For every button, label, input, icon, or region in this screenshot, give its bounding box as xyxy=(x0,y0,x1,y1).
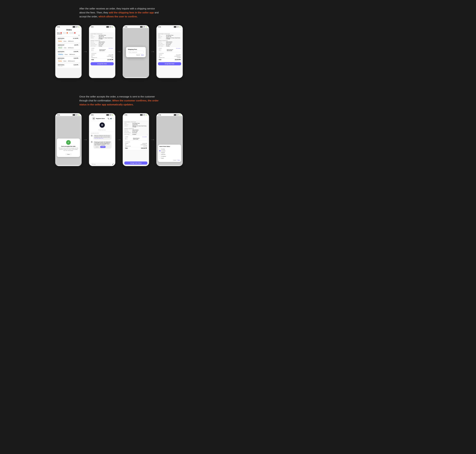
section-order-overview-4: ORDER OVERVIEW xyxy=(157,39,183,41)
chevron-right-icon-4[interactable]: › xyxy=(181,30,181,31)
radio-delivered xyxy=(159,154,161,155)
shipping-fee-input[interactable]: Enter shipping fee xyxy=(128,51,144,53)
chat-screen: ‹ M Maybarini Store 📞 📹 ⋮ M Maybarini St… xyxy=(89,116,115,165)
shipping-cancel-btn[interactable]: Cancel xyxy=(136,54,140,56)
orders-filter[interactable]: All ▾ xyxy=(56,34,81,36)
chat-cancel-btn[interactable]: Cancel xyxy=(94,146,100,148)
tab-cancelled[interactable]: Cancelled ● xyxy=(69,32,75,34)
close-button[interactable]: Close xyxy=(65,153,72,155)
chat-confirm-btn[interactable]: Confirm xyxy=(100,146,106,148)
order-card-1[interactable]: #Q8104H326A 217,500 ₩ ⋮ 24 Oct, 2023 Pen… xyxy=(57,37,80,43)
time-3: 9:41 xyxy=(124,26,127,28)
radio-shipped xyxy=(159,152,161,153)
time-6: 9:41 xyxy=(91,114,94,116)
detail-header-4: ‹ Orders Details › xyxy=(157,28,183,33)
page-wrapper: After the seller receives an order, they… xyxy=(0,0,238,183)
order-card-5[interactable]: #Q8104H326A 93,500 ₩ ⋮ 24 Oct, 2023 xyxy=(57,63,80,68)
charges-section-4: CHARGES Subtotal205,000 ₩ Tax12,500 ₩ (5… xyxy=(158,52,182,61)
phone-row-1: 9:41 ▊▊▊ WiFi 🔋 ‹ Orders Orders ● xyxy=(10,25,228,78)
order-items-3: 2 Items xyxy=(64,54,68,55)
check-circle-icon: ✓ xyxy=(66,140,71,145)
back-button-7[interactable]: ‹ xyxy=(124,117,125,120)
phone-orders-list: 9:41 ▊▊▊ WiFi 🔋 ‹ Orders Orders ● xyxy=(55,25,82,78)
video-icon[interactable]: 📹 xyxy=(110,118,112,119)
accept-order-btn-4[interactable]: Accept this Order xyxy=(158,62,181,65)
status-icons-7: ▊▊▊ WiFi 🔋 xyxy=(140,114,147,116)
phone8-screen: Select Order Status Pending Accepted Shi… xyxy=(157,116,183,165)
change-order-status-btn[interactable]: Change Order Status xyxy=(124,161,147,165)
back-button-6[interactable]: ‹ xyxy=(91,117,91,120)
time-4: 9:41 xyxy=(158,26,161,28)
select-order-status-panel: Select Order Status Pending Accepted Shi… xyxy=(158,145,181,162)
desc1-highlight2: which allows the user to confirm. xyxy=(98,15,138,18)
chat-input[interactable]: Message xyxy=(91,163,111,165)
back-button[interactable]: ‹ xyxy=(57,29,57,31)
status-option-delivered[interactable]: Delivered xyxy=(159,153,180,155)
status-option-accepted[interactable]: Accepted xyxy=(159,150,180,152)
items-section-4: ITEMS See details Item 1Zipana Summer It… xyxy=(158,47,182,52)
cancelled-badge: ● xyxy=(74,32,75,34)
status-option-completed[interactable]: Completed xyxy=(159,155,180,157)
orders-badge: ● xyxy=(60,32,62,34)
status-save-btn[interactable]: Save xyxy=(177,160,180,161)
tab-orders[interactable]: Orders ● xyxy=(57,32,62,34)
order-detail-screen: ‹ Orders Details CUSTOMER OVERVIEW NameA… xyxy=(89,28,115,77)
mic-icon[interactable]: 🎤 xyxy=(112,163,114,165)
order-date-1: 24 Oct, 2023 xyxy=(58,39,79,40)
accept-order-btn-2[interactable]: Accept this Order xyxy=(91,62,114,65)
status-option-pending[interactable]: Pending xyxy=(159,148,180,150)
phone7-screen: ‹ Orders Details CUSTOMER OVERVIEW NameA… xyxy=(123,116,149,165)
phone-accepted-overlay: 9:41 ▊▊▊ WiFi 🔋 ✓ You've accepted the or… xyxy=(55,113,82,166)
status-bar-1: 9:41 ▊▊▊ WiFi 🔋 xyxy=(56,25,81,28)
order-id-5: #Q8104H326A xyxy=(58,64,64,65)
orders-header: ‹ Orders xyxy=(56,28,81,32)
back-button-2[interactable]: ‹ xyxy=(91,29,91,32)
order-status-3: On Delivery xyxy=(58,54,64,55)
status-bar-7: 9:41 ▊▊▊ WiFi 🔋 xyxy=(123,114,149,116)
status-option-shipped[interactable]: Shipped xyxy=(159,152,180,153)
store-logo: M xyxy=(100,122,105,128)
arrow-6-7: → xyxy=(117,137,121,142)
order-date-4: 24 Oct, 2023 xyxy=(58,59,79,60)
order-card-2[interactable]: #Q8393H233P 5,500 ₩ ⋮ 24 Oct, 2023 Deliv… xyxy=(57,43,80,49)
back-button-4[interactable]: ‹ xyxy=(158,29,159,32)
tab-return[interactable]: Return ● xyxy=(63,32,68,34)
phone-icon[interactable]: 📞 xyxy=(108,118,110,119)
order-address-4: 9023 Donoma St. xyxy=(67,61,75,62)
more-icon[interactable]: ⋮ xyxy=(112,118,114,119)
status-option-reject[interactable]: Reject xyxy=(159,157,180,159)
section2-description: Once the seller accepts the order, a mes… xyxy=(79,95,159,106)
time-7: 9:41 xyxy=(124,114,127,116)
see-order-link[interactable]: See order details here. xyxy=(94,138,104,139)
chat-input-bar: Message 🎤 xyxy=(89,162,115,165)
detail-header-7: ‹ Orders Details xyxy=(123,116,149,121)
status-bar-5: 9:41 ▊▊▊ WiFi 🔋 xyxy=(56,114,81,116)
order-status-2: Delivered xyxy=(58,47,63,48)
order-date-3: 24 Oct, 2023 xyxy=(58,53,79,53)
phone-select-status: 9:41 ▊▊▊ WiFi 🔋 Select Order Status Pend… xyxy=(156,113,183,166)
status-icons-4: ▊▊▊ WiFi 🔋 xyxy=(174,26,181,28)
chat-messages: 1 Feb 2024 at 01:41 PM M Welcome to Mayb… xyxy=(89,132,115,150)
radio-reject xyxy=(159,158,161,159)
status-panel-title: Select Order Status xyxy=(159,146,180,147)
chat-store-name: Maybarini Store xyxy=(96,118,105,119)
confirm-actions: Cancel Confirm xyxy=(94,146,110,148)
shipping-fees-dialog: Shipping Fees Enter shipping fee Cancel … xyxy=(126,47,146,57)
order-card-3[interactable]: #Q8104H326A 30,500 ₩ ⋮ 24 Oct, 2023 On D… xyxy=(57,50,80,56)
store-name-label: Maybarini Store xyxy=(90,128,114,129)
orders-title: Orders xyxy=(58,29,80,31)
order-amount-3: 30,500 ₩ ⋮ xyxy=(73,51,79,52)
shipping-save-btn[interactable]: Save xyxy=(141,54,144,56)
order-card-4[interactable]: #Q8104H326A 40,500 ₩ ⋮ 24 Oct, 2023 Pend… xyxy=(57,57,80,63)
status-bar-4: 9:41 ▊▊▊ WiFi 🔋 xyxy=(157,25,183,28)
arrow-3-4: → xyxy=(150,49,155,54)
chat-message-2: Based on your location, the shipping fee… xyxy=(93,141,111,149)
chevron-right-icon-7[interactable]: › xyxy=(147,134,147,135)
confirm-message-text: Based on your location, the shipping fee… xyxy=(94,142,110,145)
section-order-overview-7: ORDER OVERVIEW xyxy=(123,128,149,129)
status-cancel-btn[interactable]: Cancel xyxy=(173,160,176,161)
order-id-4: #Q8104H326A xyxy=(58,58,64,59)
phone-customer-order-details: 9:41 ▊▊▊ WiFi 🔋 ‹ Orders Details CUSTOME… xyxy=(123,113,149,166)
phone3-screen: Shipping Fees Enter shipping fee Cancel … xyxy=(123,28,149,77)
orders-list-screen: ‹ Orders Orders ● Return ● Cancelled ● A… xyxy=(56,28,81,77)
